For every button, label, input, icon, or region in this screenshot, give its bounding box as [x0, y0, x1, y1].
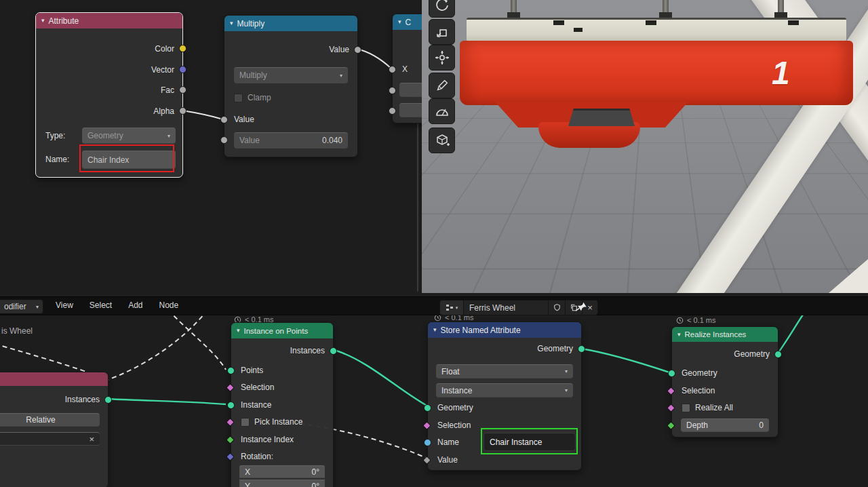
instance-on-points-header[interactable]: ▾ Instance on Points [231, 323, 333, 338]
realize-all-checkbox[interactable] [682, 404, 690, 412]
tool-annotate[interactable] [429, 73, 455, 98]
rotation-x-value: 0° [312, 467, 319, 477]
geometry-node-editor[interactable]: is Wheel Instances Relative × < 0.1 ms ▾… [0, 315, 868, 487]
tool-measure[interactable] [429, 98, 455, 124]
x-input-socket[interactable] [389, 66, 396, 73]
tool-rotate[interactable] [429, 0, 455, 18]
data-type-dropdown[interactable]: Float ▾ [436, 364, 573, 378]
menu-select[interactable]: Select [87, 299, 115, 311]
instance-input-socket[interactable] [227, 402, 235, 409]
output-row: Geometry [428, 341, 581, 356]
collection-picker-field[interactable]: × [0, 432, 100, 446]
value2-input-socket[interactable] [220, 136, 228, 144]
geometry-input-socket[interactable] [668, 370, 675, 377]
scale-icon [434, 24, 450, 40]
chevron-down-icon: ▾ [565, 368, 568, 374]
geometry-output-socket[interactable] [578, 345, 585, 353]
chevron-down-icon: ▾ [565, 387, 568, 393]
transform-space-dropdown[interactable]: Relative [0, 413, 100, 427]
collapse-icon[interactable]: ▾ [677, 332, 681, 338]
fac-socket[interactable] [179, 86, 186, 94]
green-highlight-box [481, 428, 578, 454]
domain-dropdown[interactable]: Instance ▾ [436, 383, 573, 397]
output-row: Instances [231, 343, 333, 358]
operation-dropdown[interactable]: Multiply ▾ [234, 67, 348, 83]
collection-info-node[interactable]: Instances Relative × [0, 372, 108, 487]
value-output-socket[interactable] [354, 46, 361, 54]
pin-button[interactable] [574, 299, 589, 314]
multiply-node[interactable]: ▾ Multiply Value Multiply ▾ Clamp Value … [224, 15, 358, 157]
collapse-icon[interactable]: ▾ [41, 18, 45, 24]
color-socket[interactable] [179, 45, 186, 52]
vector-socket[interactable] [179, 66, 186, 73]
datablock-name: Ferris Wheel [469, 303, 515, 313]
value-field-label: Value [239, 136, 260, 145]
points-input-socket[interactable] [227, 367, 235, 374]
rotation-y-field[interactable]: Y 0° [239, 480, 325, 487]
attribute-type-dropdown[interactable]: Geometry ▾ [82, 128, 176, 144]
collapse-icon[interactable]: ▾ [398, 19, 401, 25]
datablock-name-field[interactable]: Ferris Wheel [464, 300, 549, 315]
output-label: Alpha [153, 106, 174, 116]
canopy-vent [553, 20, 564, 25]
value-row: Value [428, 452, 581, 467]
tool-scale[interactable] [429, 19, 455, 45]
instances-output-socket[interactable] [330, 347, 337, 355]
gondola-body [460, 41, 853, 105]
instance-row: Instance [231, 397, 333, 412]
gondola-number: 1 [772, 54, 790, 92]
menu-view[interactable]: View [53, 299, 76, 311]
fake-user-button[interactable] [549, 300, 566, 315]
collapse-icon[interactable]: ▾ [237, 328, 240, 334]
browse-nodetree-button[interactable]: ▾ [440, 300, 464, 315]
geometry-label: Geometry [437, 403, 473, 412]
collection-info-header[interactable] [0, 372, 108, 386]
output-row: Instances [0, 392, 108, 407]
realize-instances-header[interactable]: ▾ Realize Instances [672, 327, 778, 342]
tool-transform[interactable] [429, 45, 455, 71]
mode-dropdown[interactable]: odifier ▾ [0, 300, 43, 313]
depth-field[interactable]: Depth 0 [681, 418, 769, 432]
clamp-label: Clamp [248, 93, 271, 102]
depth-value: 0 [759, 421, 764, 430]
instance-on-points-node[interactable]: ▾ Instance on Points Instances Points Se… [231, 322, 334, 487]
geometry-output-socket[interactable] [774, 351, 782, 358]
viewport-3d[interactable]: 1 [422, 0, 868, 293]
name-input-socket[interactable] [424, 439, 431, 446]
store-named-attribute-header[interactable]: ▾ Store Named Attribute [428, 322, 581, 338]
value-input-socket[interactable] [220, 116, 228, 123]
instances-output-socket[interactable] [104, 396, 112, 404]
geometry-input-socket[interactable] [424, 404, 431, 412]
collapse-icon[interactable]: ▾ [433, 327, 437, 333]
selection-label: Selection [682, 386, 715, 395]
menu-add[interactable]: Add [125, 299, 145, 311]
data-type-value: Float [441, 367, 460, 376]
value-input-label: Value [234, 115, 254, 124]
close-icon[interactable]: × [89, 435, 94, 444]
z-input-socket[interactable] [389, 107, 396, 115]
name-label: Name: [45, 155, 69, 164]
rotation-x-label: X [245, 467, 250, 477]
tool-add-cube[interactable] [429, 128, 455, 153]
chevron-down-icon: ▾ [340, 73, 342, 79]
rotation-y-value: 0° [312, 482, 319, 487]
selection-row: Selection [231, 380, 333, 395]
red-highlight-box [79, 144, 174, 172]
realize-instances-node[interactable]: ▾ Realize Instances Geometry Geometry Se… [671, 326, 778, 437]
collapse-icon[interactable]: ▾ [230, 20, 233, 26]
menu-node[interactable]: Node [157, 299, 182, 311]
value-field-value: 0.040 [322, 136, 342, 145]
node-title: Realize Instances [685, 330, 747, 338]
attribute-node-header[interactable]: ▾ Attribute [36, 13, 182, 28]
output-row: Value [224, 42, 357, 57]
rotation-x-field[interactable]: X 0° [239, 465, 325, 478]
alpha-socket[interactable] [179, 107, 186, 115]
clamp-checkbox[interactable] [234, 94, 243, 102]
output-label: Value [329, 45, 349, 54]
value-field[interactable]: Value 0.040 [234, 132, 348, 149]
output-row: Alpha [36, 104, 182, 119]
multiply-node-header[interactable]: ▾ Multiply [224, 16, 357, 31]
transform-icon [434, 50, 450, 66]
y-input-socket[interactable] [389, 87, 396, 94]
pick-instance-checkbox[interactable] [241, 418, 250, 427]
